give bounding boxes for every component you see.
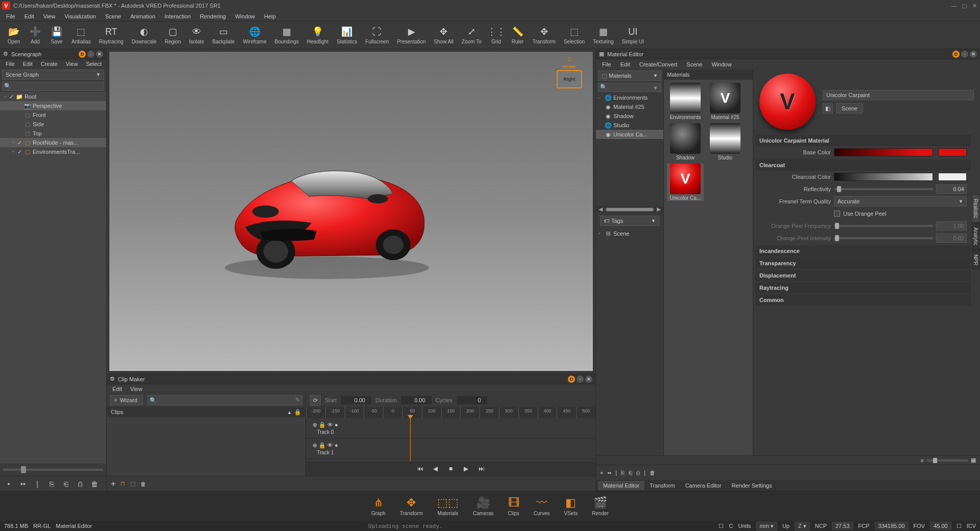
sg-menu-edit[interactable]: Edit	[19, 60, 36, 67]
start-value[interactable]: 0.00	[341, 396, 371, 404]
menu-file[interactable]: File	[2, 12, 19, 20]
bottom-graph[interactable]: ⋔Graph	[364, 494, 393, 518]
material-tree-row[interactable]: −🌐Environments	[596, 93, 663, 102]
tab-transform[interactable]: Transform	[644, 481, 680, 490]
material-search[interactable]	[598, 83, 661, 92]
me-badge-d[interactable]: D	[952, 51, 960, 58]
tree-row[interactable]: +✓▢RootNode - mas...	[0, 138, 106, 147]
tool-simple-ui[interactable]: UISimple UI	[618, 22, 648, 49]
fcp-value[interactable]: 334185.00	[875, 522, 909, 530]
tool-wireframe[interactable]: 🌐Wireframe	[239, 22, 271, 49]
up-select[interactable]: Z ▾	[795, 522, 810, 530]
orange-peel-checkbox[interactable]: Use Orange Peel	[834, 211, 886, 217]
clips-list-header[interactable]: Clips ▴ 🔒	[107, 407, 305, 417]
sg-btn-6[interactable]: ⎙	[75, 478, 86, 490]
materials-dropdown[interactable]: ⬚ Materials ▼	[598, 71, 661, 81]
lock-icon[interactable]: 🔒	[319, 442, 326, 449]
expand-icon[interactable]: +	[10, 140, 16, 145]
panel-close-button[interactable]: ✕	[96, 51, 103, 58]
expand-icon[interactable]: +	[598, 231, 603, 236]
bottom-curves[interactable]: 〰Curves	[527, 494, 557, 518]
duration-value[interactable]: 0.00	[401, 396, 432, 404]
fresnel-select[interactable]: Accurate ▼	[834, 196, 967, 206]
list-icon[interactable]: ≡	[921, 457, 924, 464]
expand-icon[interactable]: −	[2, 94, 8, 99]
mat-tree-scroll[interactable]: ◀ ▶	[596, 206, 663, 213]
tags-dropdown[interactable]: 🏷 Tags ▼	[600, 216, 659, 226]
scenegraph-slider[interactable]	[3, 469, 103, 471]
sg-btn-2[interactable]: ••	[17, 478, 29, 490]
me-btn-1[interactable]: +	[600, 470, 603, 476]
menu-scene[interactable]: Scene	[101, 12, 125, 20]
tree-row[interactable]: −✓📁Root	[0, 92, 106, 101]
trash-icon[interactable]: 🗑	[89, 478, 100, 490]
material-thumb[interactable]: Unicolor Ca...	[667, 164, 704, 201]
vtab-npr[interactable]: NPR	[972, 250, 980, 270]
clips-list[interactable]	[107, 417, 305, 476]
tool-ruler[interactable]: 📏Ruler	[507, 22, 529, 49]
tree-row[interactable]: +✓▢EnvironmentsTra...	[0, 147, 106, 156]
tool-grid[interactable]: ⋮⋮Grid	[486, 22, 507, 49]
menu-view[interactable]: View	[39, 12, 60, 20]
me-btn-4[interactable]: ⎘	[621, 470, 625, 476]
tool-save[interactable]: 💾Save	[46, 22, 67, 49]
visibility-icon[interactable]: ⊕	[313, 442, 317, 449]
sg-btn-5[interactable]: ⎗	[60, 478, 71, 490]
section-header[interactable]: Transparency	[755, 258, 971, 269]
skip-forward-button[interactable]: ⏭	[476, 464, 487, 474]
scenegraph-dropdown[interactable]: Scene Graph ▼	[2, 70, 104, 80]
material-name-field[interactable]: Unicolor Carpaint	[823, 90, 974, 100]
timeline-tracks[interactable]: ⊕🔒👁● Track 0 ⊕🔒👁● Track 1	[306, 418, 595, 461]
material-tree-row[interactable]: ◉Material #25	[596, 102, 663, 111]
clearcoat-color-slider[interactable]	[834, 173, 933, 181]
bottom-materials[interactable]: ⬚⬚Materials	[430, 494, 466, 518]
tool-open[interactable]: 📂Open	[3, 22, 25, 49]
material-tree-row[interactable]: ◉Shadow	[596, 111, 663, 121]
vtab-analytic[interactable]: Analytic	[972, 223, 980, 250]
me-menu-create[interactable]: Create/Convert	[635, 61, 682, 68]
zoom-slider[interactable]	[927, 459, 968, 461]
tool-texturing[interactable]: ▦Texturing	[589, 22, 618, 49]
tool-selection[interactable]: ⬚Selection	[560, 22, 589, 49]
clip-close[interactable]: ✕	[585, 376, 592, 383]
tool-fullscreen[interactable]: ⛶Fullscreen	[361, 22, 393, 49]
clip-menu-view[interactable]: View	[127, 385, 146, 393]
clip-badge-d[interactable]: D	[568, 376, 575, 383]
cycles-value[interactable]: 0	[457, 396, 487, 404]
timeline-ruler[interactable]: -200-150-100-500501001502002503003504004…	[306, 407, 595, 418]
tool-antialias[interactable]: ⬚Antialias	[67, 22, 95, 49]
tool-boundings[interactable]: ▦Boundings	[271, 22, 303, 49]
sg-menu-create[interactable]: Create	[37, 60, 61, 67]
badge-d[interactable]: D	[79, 51, 86, 58]
scroll-right-icon[interactable]: ▶	[656, 206, 661, 213]
viewport[interactable]: ⌂ HOME Right	[109, 51, 593, 372]
bottom-clips[interactable]: 🎞Clips	[501, 494, 527, 518]
grid-icon[interactable]: ▦	[599, 51, 604, 57]
preview-mode-button[interactable]: ◧	[823, 103, 833, 113]
skip-back-button[interactable]: ⏮	[415, 464, 425, 474]
play-button[interactable]: ▶	[461, 464, 471, 474]
dot-icon[interactable]: ●	[334, 442, 338, 449]
tool-region[interactable]: ▢Region	[161, 22, 185, 49]
trash-icon[interactable]: 🗑	[140, 481, 146, 487]
scroll-left-icon[interactable]: ◀	[598, 206, 603, 213]
tool-headlight[interactable]: 💡Headlight	[303, 22, 332, 49]
fov-value[interactable]: 45.00	[930, 522, 951, 530]
grid-icon[interactable]: ▦	[971, 457, 976, 464]
me-menu-window[interactable]: Window	[708, 61, 736, 68]
visibility-icon[interactable]: ⊕	[313, 422, 317, 428]
bottom-render[interactable]: 🎬Render	[585, 494, 616, 518]
me-btn-6[interactable]: ⎙	[636, 470, 640, 476]
material-thumb[interactable]: Studio	[707, 123, 744, 160]
visibility-check[interactable]: ✓	[8, 94, 14, 100]
sg-menu-view[interactable]: View	[62, 60, 82, 67]
add-button[interactable]: +	[111, 479, 115, 489]
material-tree-row[interactable]: ◉Unicolor Ca...	[596, 130, 663, 139]
section-header[interactable]: Incandescence	[755, 245, 971, 257]
panel-dock-button[interactable]: ◦	[87, 51, 94, 58]
close-button[interactable]: ✕	[971, 3, 978, 9]
tab-material-editor[interactable]: Material Editor	[598, 481, 644, 490]
tool-raytracing[interactable]: RTRaytracing	[95, 22, 128, 49]
eye-icon[interactable]: 👁	[327, 442, 333, 449]
home-icon[interactable]: ⌂	[567, 55, 571, 62]
